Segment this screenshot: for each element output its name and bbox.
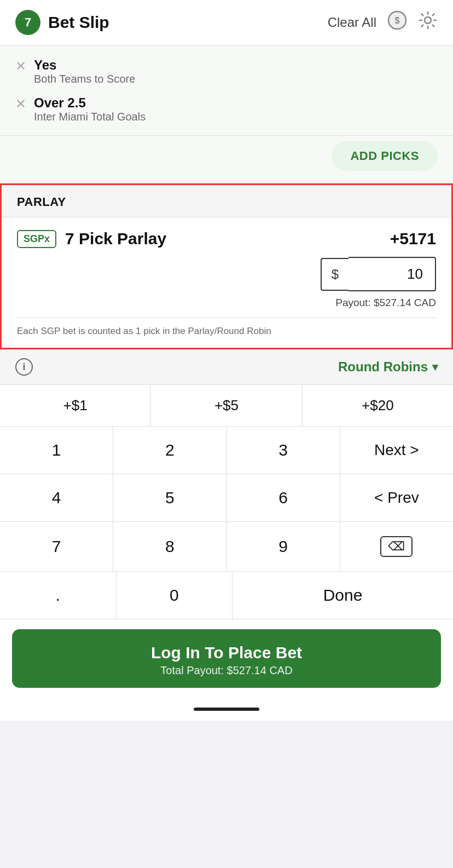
key-7[interactable]: 7 [0,522,113,571]
clear-all-button[interactable]: Clear All [328,15,376,30]
backspace-icon: ⌫ [380,536,413,557]
info-row: i Round Robins ▾ [0,349,453,385]
chevron-down-icon: ▾ [432,360,438,373]
pick-sub-yes: Both Teams to Score [34,73,135,85]
key-8[interactable]: 8 [113,522,226,571]
quick-add-20[interactable]: +$20 [303,385,453,426]
svg-point-2 [425,17,431,24]
header: 7 Bet Slip Clear All $ [0,0,453,45]
settings-icon[interactable] [418,10,438,35]
picks-section: ✕ Yes Both Teams to Score ✕ Over 2.5 Int… [0,45,453,136]
bottom-bar [0,700,453,721]
home-indicator [194,708,259,711]
key-1[interactable]: 1 [0,427,113,474]
quick-add-1[interactable]: +$1 [0,385,151,426]
header-actions: Clear All $ [328,10,438,35]
parlay-dollar-sign: $ [321,258,349,291]
quick-add-row: +$1 +$5 +$20 [0,385,453,427]
keypad-row-4: . 0 Done [0,572,453,619]
parlay-left: SGPx 7 Pick Parlay [17,229,166,248]
remove-pick-yes[interactable]: ✕ [15,59,26,74]
parlay-payout: Payout: $527.14 CAD [17,297,436,309]
keypad-row-3: 7 8 9 ⌫ [0,522,453,572]
parlay-input-row: $ [17,257,436,291]
parlay-body: SGPx 7 Pick Parlay +5171 $ Payout: $527.… [2,217,451,348]
info-icon[interactable]: i [15,358,33,376]
login-btn-main-label: Log In To Place Bet [151,643,302,662]
parlay-pick-name: 7 Pick Parlay [65,229,166,248]
parlay-amount-input[interactable] [349,257,436,291]
key-done[interactable]: Done [233,572,453,619]
key-2[interactable]: 2 [113,427,226,474]
key-dot[interactable]: . [0,572,117,619]
keypad-row-1: 1 2 3 Next > [0,427,453,474]
parlay-section: PARLAY SGPx 7 Pick Parlay +5171 $ Payout… [0,183,453,349]
parlay-label: PARLAY [17,195,66,209]
key-3[interactable]: 3 [227,427,340,474]
page-title: Bet Slip [48,13,328,32]
key-next[interactable]: Next > [340,427,453,474]
login-to-place-bet-button[interactable]: Log In To Place Bet Total Payout: $527.1… [12,629,441,688]
add-picks-button[interactable]: ADD PICKS [332,141,438,171]
login-btn-sub-label: Total Payout: $527.14 CAD [160,664,292,677]
pick-name-over25: Over 2.5 [34,95,146,111]
bet-count-badge: 7 [15,10,40,35]
keypad-row-2: 4 5 6 < Prev [0,474,453,522]
key-4[interactable]: 4 [0,474,113,521]
key-5[interactable]: 5 [113,474,226,521]
round-robins-button[interactable]: Round Robins ▾ [338,359,438,375]
key-prev[interactable]: < Prev [340,474,453,521]
key-9[interactable]: 9 [227,522,340,571]
pick-name-yes: Yes [34,58,135,73]
keypad: 1 2 3 Next > 4 5 6 < Prev 7 8 9 ⌫ . 0 Do… [0,427,453,619]
pick-item-over25: ✕ Over 2.5 Inter Miami Total Goals [15,95,438,123]
parlay-note: Each SGP bet is counted as 1 pick in the… [17,318,436,337]
login-btn-container: Log In To Place Bet Total Payout: $527.1… [0,619,453,700]
key-backspace[interactable]: ⌫ [340,522,453,571]
pick-item-yes: ✕ Yes Both Teams to Score [15,58,438,85]
parlay-odds: +5171 [390,229,436,248]
key-0[interactable]: 0 [117,572,233,619]
pick-sub-over25: Inter Miami Total Goals [34,111,146,123]
remove-pick-over25[interactable]: ✕ [15,96,26,112]
parlay-header: PARLAY [2,185,451,217]
svg-text:$: $ [395,16,400,25]
add-picks-row: ADD PICKS [0,136,453,183]
key-6[interactable]: 6 [227,474,340,521]
parlay-title-row: SGPx 7 Pick Parlay +5171 [17,229,436,248]
quick-add-5[interactable]: +$5 [151,385,302,426]
round-robins-label: Round Robins [338,359,428,375]
sgpx-badge: SGPx [17,230,56,248]
promotions-icon[interactable]: $ [387,10,407,35]
